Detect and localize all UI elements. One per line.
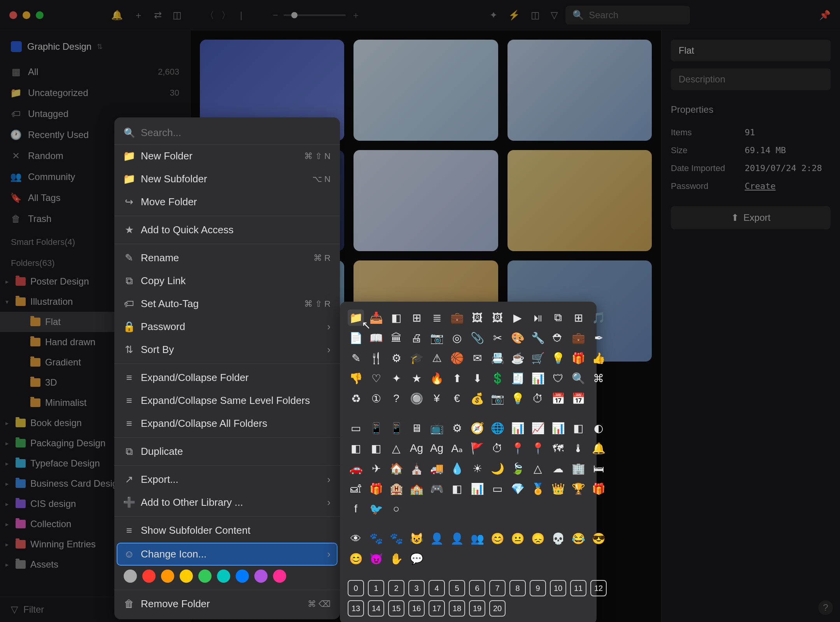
icon-option[interactable]: ¥ [429, 390, 445, 407]
icon-option[interactable]: ⚙ [388, 350, 404, 366]
menu-add-to-other-library-[interactable]: ➕Add to Other Library ...› [114, 491, 340, 514]
icon-option[interactable]: 👤 [449, 530, 465, 547]
menu-new-subfolder[interactable]: 📁New Subfolder⌥ N [114, 168, 340, 190]
icon-number-0[interactable]: 0 [348, 580, 364, 596]
icon-option[interactable]: 😎 [590, 530, 607, 547]
icon-number-8[interactable]: 8 [509, 580, 526, 596]
icon-option[interactable]: ⏱ [489, 440, 506, 456]
icon-option[interactable]: 🔔 [590, 440, 607, 456]
context-search[interactable]: 🔍 [114, 121, 340, 145]
icon-option[interactable]: 👤 [429, 530, 445, 547]
icon-option[interactable]: 📱 [368, 420, 384, 436]
icon-option[interactable]: 🏆 [570, 480, 586, 497]
icon-number-17[interactable]: 17 [429, 600, 445, 617]
icon-option[interactable]: 📊 [469, 480, 485, 497]
icon-option[interactable]: 🐾 [368, 530, 384, 547]
icon-option[interactable]: 📷 [429, 330, 445, 346]
icon-option[interactable]: 👑 [550, 480, 566, 497]
icon-option[interactable]: ◧ [348, 440, 364, 456]
icon-number-9[interactable]: 9 [530, 580, 546, 596]
icon-option[interactable]: f [348, 501, 364, 517]
icon-option[interactable]: ⊞ [570, 309, 586, 326]
icon-number-14[interactable]: 14 [368, 600, 384, 617]
icon-number-20[interactable]: 20 [489, 600, 506, 617]
icon-option[interactable]: ◎ [449, 330, 465, 346]
icon-number-18[interactable]: 18 [449, 600, 465, 617]
icon-option[interactable]: 🖨 [408, 330, 425, 346]
menu-duplicate[interactable]: ⧉Duplicate [114, 440, 340, 463]
icon-option[interactable]: 📱 [388, 420, 404, 436]
icon-option[interactable]: 📥 [368, 309, 384, 326]
menu-expand-collapse-all-folders[interactable]: ≡Expand/Collapse All Folders [114, 412, 340, 435]
icon-number-3[interactable]: 3 [408, 580, 425, 596]
icon-option[interactable]: 💡 [550, 350, 566, 366]
icon-option[interactable]: 🌡 [570, 440, 586, 456]
icon-option[interactable]: 💰 [469, 390, 485, 407]
icon-option[interactable]: 🏢 [570, 460, 586, 477]
icon-option[interactable]: 💬 [408, 550, 425, 567]
icon-number-6[interactable]: 6 [469, 580, 485, 596]
icon-number-11[interactable]: 11 [570, 580, 586, 596]
icon-option[interactable]: 📎 [469, 330, 485, 346]
icon-option[interactable]: ✋ [388, 550, 404, 567]
icon-number-12[interactable]: 12 [590, 580, 607, 596]
icon-option[interactable]: ☕ [509, 350, 526, 366]
icon-option[interactable]: △ [388, 440, 404, 456]
icon-option[interactable]: 🚗 [348, 460, 364, 477]
icon-number-19[interactable]: 19 [469, 600, 485, 617]
icon-option[interactable]: 🗺 [550, 440, 566, 456]
icon-option[interactable]: ✦ [388, 370, 404, 386]
icon-option[interactable]: 😞 [530, 530, 546, 547]
icon-option[interactable]: 📷 [489, 390, 506, 407]
icon-option[interactable]: 👥 [469, 530, 485, 547]
menu-sort-by[interactable]: ⇅Sort By› [114, 338, 340, 361]
icon-option[interactable]: 🛋 [348, 480, 364, 497]
icon-option[interactable]: ♻ [348, 390, 364, 407]
icon-option[interactable]: 🏠 [388, 460, 404, 477]
icon-option[interactable]: ? [388, 390, 404, 407]
icon-option[interactable]: 🔥 [429, 370, 445, 386]
icon-option[interactable]: ▶ [509, 309, 526, 326]
icon-option[interactable]: Ag [408, 440, 425, 456]
icon-option[interactable]: 🚩 [469, 440, 485, 456]
icon-option[interactable]: 🎓 [408, 350, 425, 366]
icon-option[interactable]: 🏀 [449, 350, 465, 366]
icon-number-13[interactable]: 13 [348, 600, 364, 617]
icon-option[interactable]: ▭ [348, 420, 364, 436]
icon-option[interactable]: 🌐 [489, 420, 506, 436]
icon-option[interactable]: 🔍 [570, 370, 586, 386]
icon-option[interactable]: ◧ [368, 440, 384, 456]
icon-option[interactable]: ⛪ [408, 460, 425, 477]
icon-option[interactable]: 👁 [348, 530, 364, 547]
color-swatch[interactable] [142, 570, 156, 583]
icon-option[interactable]: 🧾 [509, 370, 526, 386]
icon-option[interactable]: 🏅 [530, 480, 546, 497]
icon-number-2[interactable]: 2 [388, 580, 404, 596]
menu-set-auto-tag[interactable]: 🏷Set Auto-Tag⌘ ⇧ R [114, 292, 340, 315]
icon-option[interactable]: ⧉ [550, 309, 566, 326]
icon-option[interactable]: ◧ [449, 480, 465, 497]
icon-option[interactable]: 📁 [348, 309, 364, 326]
icon-option[interactable]: 🐾 [388, 530, 404, 547]
icon-option[interactable]: 💧 [449, 460, 465, 477]
menu-rename[interactable]: ✎Rename⌘ R [114, 246, 340, 269]
icon-option[interactable]: 👎 [348, 370, 364, 386]
icon-option[interactable]: 🎁 [368, 480, 384, 497]
icon-option[interactable]: 😊 [348, 550, 364, 567]
icon-option[interactable]: 🎁 [570, 350, 586, 366]
menu-remove-folder[interactable]: 🗑Remove Folder⌘ ⌫ [114, 592, 340, 615]
icon-option[interactable]: 🎁 [590, 480, 607, 497]
icon-option[interactable]: 🧭 [469, 420, 485, 436]
icon-option[interactable]: 📊 [530, 370, 546, 386]
icon-option[interactable]: △ [530, 460, 546, 477]
icon-option[interactable]: 🖼 [469, 309, 485, 326]
icon-option[interactable]: 📄 [348, 330, 364, 346]
icon-option[interactable]: 📅 [570, 390, 586, 407]
icon-option[interactable]: ⌘ [590, 370, 607, 386]
icon-option[interactable]: 🎵 [590, 309, 607, 326]
icon-option[interactable]: ✎ [348, 350, 364, 366]
icon-option[interactable]: 😊 [489, 530, 506, 547]
icon-option[interactable]: 💡 [509, 390, 526, 407]
icon-option[interactable]: 📊 [550, 420, 566, 436]
icon-option[interactable]: ≣ [429, 309, 445, 326]
